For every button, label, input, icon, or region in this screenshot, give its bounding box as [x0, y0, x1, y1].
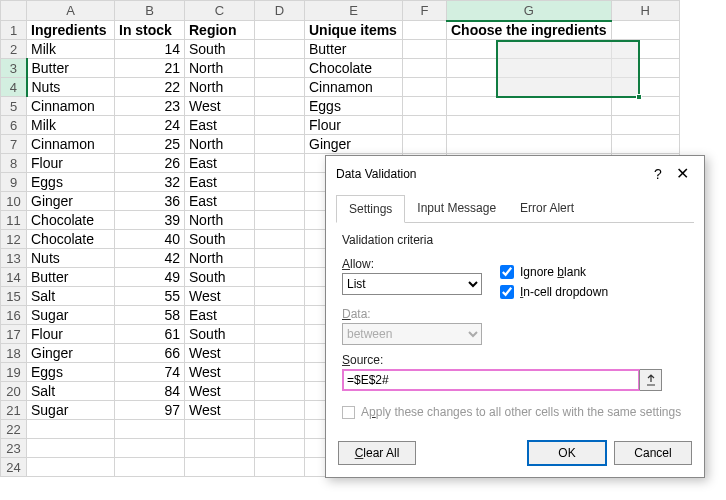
row-header[interactable]: 8 [1, 154, 27, 173]
cell-D19[interactable] [255, 363, 305, 382]
cell-D1[interactable] [255, 21, 305, 40]
close-icon[interactable]: ✕ [670, 164, 694, 183]
cell-C8[interactable]: East [185, 154, 255, 173]
cell-B9[interactable]: 32 [115, 173, 185, 192]
cell-F1[interactable] [403, 21, 447, 40]
cell-E1[interactable]: Unique items [305, 21, 403, 40]
cell-F5[interactable] [403, 97, 447, 116]
cell-D16[interactable] [255, 306, 305, 325]
tab-error-alert[interactable]: Error Alert [508, 195, 586, 222]
cell-A2[interactable]: Milk [27, 40, 115, 59]
cell-C4[interactable]: North [185, 78, 255, 97]
cell-B20[interactable]: 84 [115, 382, 185, 401]
row-header[interactable]: 15 [1, 287, 27, 306]
row-header[interactable]: 21 [1, 401, 27, 420]
row-header[interactable]: 5 [1, 97, 27, 116]
col-header-E[interactable]: E [305, 1, 403, 21]
cell-D23[interactable] [255, 439, 305, 458]
clear-all-button[interactable]: Clear All [338, 441, 416, 465]
row-header[interactable]: 3 [1, 59, 27, 78]
cell-C22[interactable] [185, 420, 255, 439]
cell-B18[interactable]: 66 [115, 344, 185, 363]
cell-C9[interactable]: East [185, 173, 255, 192]
row-header[interactable]: 23 [1, 439, 27, 458]
cell-H1[interactable] [611, 21, 679, 40]
row-header[interactable]: 2 [1, 40, 27, 59]
cell-B16[interactable]: 58 [115, 306, 185, 325]
cell-D12[interactable] [255, 230, 305, 249]
cell-B5[interactable]: 23 [115, 97, 185, 116]
ok-button[interactable]: OK [528, 441, 606, 465]
cell-C3[interactable]: North [185, 59, 255, 78]
cell-E6[interactable]: Flour [305, 116, 403, 135]
cell-G1[interactable]: Choose the ingredients [447, 21, 612, 40]
cell-D2[interactable] [255, 40, 305, 59]
cell-B24[interactable] [115, 458, 185, 477]
cell-B17[interactable]: 61 [115, 325, 185, 344]
cell-H3[interactable] [611, 59, 679, 78]
dialog-titlebar[interactable]: Data Validation ? ✕ [326, 156, 704, 191]
cell-C14[interactable]: South [185, 268, 255, 287]
cell-A20[interactable]: Salt [27, 382, 115, 401]
cell-H2[interactable] [611, 40, 679, 59]
cell-C7[interactable]: North [185, 135, 255, 154]
tab-input-message[interactable]: Input Message [405, 195, 508, 222]
cell-D24[interactable] [255, 458, 305, 477]
cell-D22[interactable] [255, 420, 305, 439]
cell-D5[interactable] [255, 97, 305, 116]
row-header[interactable]: 19 [1, 363, 27, 382]
col-header-D[interactable]: D [255, 1, 305, 21]
cell-A8[interactable]: Flour [27, 154, 115, 173]
cell-B2[interactable]: 14 [115, 40, 185, 59]
cell-A1[interactable]: Ingredients [27, 21, 115, 40]
cell-F6[interactable] [403, 116, 447, 135]
cell-C12[interactable]: South [185, 230, 255, 249]
cell-C6[interactable]: East [185, 116, 255, 135]
cell-D3[interactable] [255, 59, 305, 78]
row-header[interactable]: 10 [1, 192, 27, 211]
row-header[interactable]: 11 [1, 211, 27, 230]
col-header-H[interactable]: H [611, 1, 679, 21]
cell-A21[interactable]: Sugar [27, 401, 115, 420]
cell-B12[interactable]: 40 [115, 230, 185, 249]
cell-D18[interactable] [255, 344, 305, 363]
cell-B19[interactable]: 74 [115, 363, 185, 382]
cell-E4[interactable]: Cinnamon [305, 78, 403, 97]
cell-C16[interactable]: East [185, 306, 255, 325]
cell-F2[interactable] [403, 40, 447, 59]
row-header[interactable]: 22 [1, 420, 27, 439]
cell-B15[interactable]: 55 [115, 287, 185, 306]
cell-D20[interactable] [255, 382, 305, 401]
tab-settings[interactable]: Settings [336, 195, 405, 223]
cell-A9[interactable]: Eggs [27, 173, 115, 192]
row-header[interactable]: 14 [1, 268, 27, 287]
row-header[interactable]: 12 [1, 230, 27, 249]
cell-E7[interactable]: Ginger [305, 135, 403, 154]
cell-C1[interactable]: Region [185, 21, 255, 40]
cell-A4[interactable]: Nuts [27, 78, 115, 97]
cell-C18[interactable]: West [185, 344, 255, 363]
cell-C2[interactable]: South [185, 40, 255, 59]
cell-G4[interactable] [447, 78, 612, 97]
cell-B6[interactable]: 24 [115, 116, 185, 135]
cell-B4[interactable]: 22 [115, 78, 185, 97]
cell-A6[interactable]: Milk [27, 116, 115, 135]
cell-C13[interactable]: North [185, 249, 255, 268]
cell-C5[interactable]: West [185, 97, 255, 116]
cell-C20[interactable]: West [185, 382, 255, 401]
cell-C15[interactable]: West [185, 287, 255, 306]
cell-B22[interactable] [115, 420, 185, 439]
cell-A19[interactable]: Eggs [27, 363, 115, 382]
row-header[interactable]: 17 [1, 325, 27, 344]
help-icon[interactable]: ? [646, 166, 670, 182]
cell-B1[interactable]: In stock [115, 21, 185, 40]
cell-G2[interactable] [447, 40, 612, 59]
row-header[interactable]: 20 [1, 382, 27, 401]
cell-H5[interactable] [611, 97, 679, 116]
cell-C10[interactable]: East [185, 192, 255, 211]
cell-D17[interactable] [255, 325, 305, 344]
cell-B3[interactable]: 21 [115, 59, 185, 78]
cell-D13[interactable] [255, 249, 305, 268]
cell-D11[interactable] [255, 211, 305, 230]
cell-A23[interactable] [27, 439, 115, 458]
